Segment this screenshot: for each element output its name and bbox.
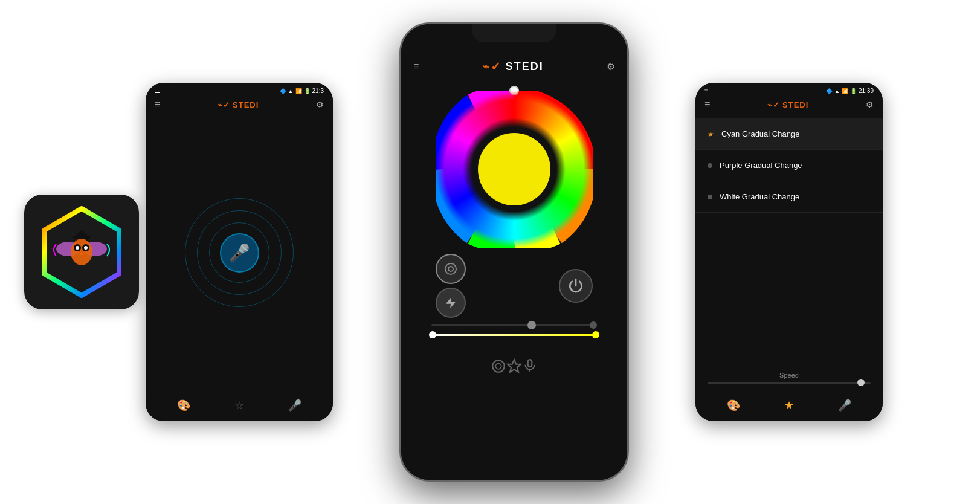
left-logo-text: STEDI [233, 100, 259, 109]
svg-rect-12 [86, 237, 88, 242]
sliders-area [413, 318, 615, 349]
right-header: ≡ ⌁✓ STEDI ⚙ [695, 97, 883, 112]
flash-btn[interactable] [436, 288, 466, 318]
preset-cyan[interactable]: ★ Cyan Gradual Change [695, 118, 883, 150]
svg-point-16 [448, 267, 453, 271]
svg-point-17 [492, 360, 505, 372]
svg-point-7 [76, 246, 79, 250]
right-settings-icon[interactable]: ⚙ [866, 100, 874, 109]
right-menu-btn[interactable]: ≡ [704, 100, 710, 109]
svg-rect-19 [528, 360, 532, 367]
main-bottom-nav [472, 349, 556, 392]
left-status-icons: ☰ [155, 88, 160, 94]
left-logo: ⌁✓ STEDI [218, 100, 259, 109]
right-time: 21:39 [859, 88, 874, 94]
speed-track[interactable] [708, 382, 871, 384]
right-nav-star[interactable]: ★ [784, 399, 794, 412]
left-nav-star[interactable]: ☆ [234, 399, 244, 412]
left-nav-color[interactable]: 🎨 [177, 399, 190, 412]
color-track[interactable] [431, 334, 597, 336]
brightness-slider-row [431, 324, 597, 326]
mic-button-left[interactable]: 🎤 [220, 233, 259, 273]
right-logo: ⌁✓ STEDI [767, 100, 808, 109]
svg-point-15 [445, 263, 456, 274]
main-logo: ⌁✓ STEDI [482, 59, 544, 74]
main-scene: ☰ 🔷 ▲ 📶 🔋 21:3 ≡ ⌁✓ STEDI [0, 0, 980, 504]
brightness-end-dot [590, 321, 597, 329]
speed-section: Speed [695, 363, 883, 393]
right-logo-text: STEDI [782, 100, 808, 109]
preset-cyan-label: Cyan Gradual Change [721, 129, 799, 138]
app-icon [24, 195, 139, 309]
main-nav-color[interactable] [491, 358, 506, 374]
right-bottom-nav: 🎨 ★ 🎤 [695, 393, 883, 421]
main-nav-star[interactable] [506, 358, 522, 374]
wheel-center-color [478, 133, 550, 205]
preset-white-dot [708, 195, 712, 199]
left-logo-icon: ⌁✓ [218, 100, 230, 109]
main-logo-text: STEDI [506, 60, 544, 73]
left-menu-icon: ≡ [155, 100, 160, 109]
phone-main: ≡ ⌁✓ STEDI ⚙ [399, 22, 629, 482]
left-settings-icon: ⚙ [316, 100, 324, 109]
color-slider-row [431, 334, 597, 336]
preset-purple-label: Purple Gradual Change [720, 161, 802, 170]
left-status-bar: ☰ 🔷 ▲ 📶 🔋 21:3 [146, 83, 333, 97]
svg-point-8 [84, 246, 88, 250]
main-settings-icon[interactable]: ⚙ [607, 61, 615, 73]
left-header: ≡ ⌁✓ STEDI ⚙ [146, 97, 333, 112]
color-wheel-area [401, 79, 627, 480]
speed-thumb[interactable] [857, 379, 865, 386]
speed-label: Speed [708, 372, 871, 379]
main-header: ≡ ⌁✓ STEDI ⚙ [401, 54, 627, 79]
phone-bg-left: ☰ 🔷 ▲ 📶 🔋 21:3 ≡ ⌁✓ STEDI [146, 83, 333, 421]
right-logo-icon: ⌁✓ [767, 100, 780, 109]
preset-purple[interactable]: Purple Gradual Change [695, 150, 883, 181]
preset-cyan-star: ★ [708, 130, 714, 138]
color-mode-btn[interactable] [436, 254, 466, 284]
main-menu-icon[interactable]: ≡ [413, 62, 419, 71]
right-status-bar: ≡ 🔷 ▲ 📶 🔋 21:39 [695, 83, 883, 97]
main-nav-mic[interactable] [522, 358, 538, 374]
right-nav-mic[interactable]: 🎤 [838, 399, 851, 412]
color-wheel-wrapper[interactable] [436, 91, 593, 248]
left-bottom-nav: 🎨 ☆ 🎤 [146, 393, 333, 421]
main-logo-icon: ⌁✓ [482, 59, 502, 74]
mic-circles: 🎤 [179, 192, 300, 313]
controls-row [436, 254, 593, 318]
main-status-bar [401, 24, 627, 54]
presets-list: ★ Cyan Gradual Change Purple Gradual Cha… [695, 112, 883, 363]
left-time: 21:3 [312, 88, 324, 94]
brightness-track[interactable] [431, 324, 597, 326]
color-end-dot [592, 331, 599, 338]
preset-white-label: White Gradual Change [720, 192, 799, 201]
phone-bg-right: ≡ 🔷 ▲ 📶 🔋 21:39 ≡ ⌁✓ STEDI [695, 83, 883, 421]
svg-marker-11 [76, 230, 88, 236]
color-start-dot [429, 331, 436, 338]
brightness-thumb[interactable] [527, 321, 536, 329]
left-nav-mic[interactable]: 🎤 [288, 399, 301, 412]
mic-screen: 🎤 [146, 112, 333, 393]
phones-container: ☰ 🔷 ▲ 📶 🔋 21:3 ≡ ⌁✓ STEDI [121, 4, 907, 500]
right-menu-icon: ≡ [704, 88, 708, 94]
svg-point-13 [86, 241, 88, 244]
main-phone-screen: ≡ ⌁✓ STEDI ⚙ [401, 24, 627, 480]
preset-white[interactable]: White Gradual Change [695, 181, 883, 213]
preset-purple-dot [708, 163, 712, 168]
svg-marker-18 [508, 360, 521, 372]
right-nav-color[interactable]: 🎨 [727, 399, 740, 412]
power-btn[interactable] [559, 269, 593, 303]
